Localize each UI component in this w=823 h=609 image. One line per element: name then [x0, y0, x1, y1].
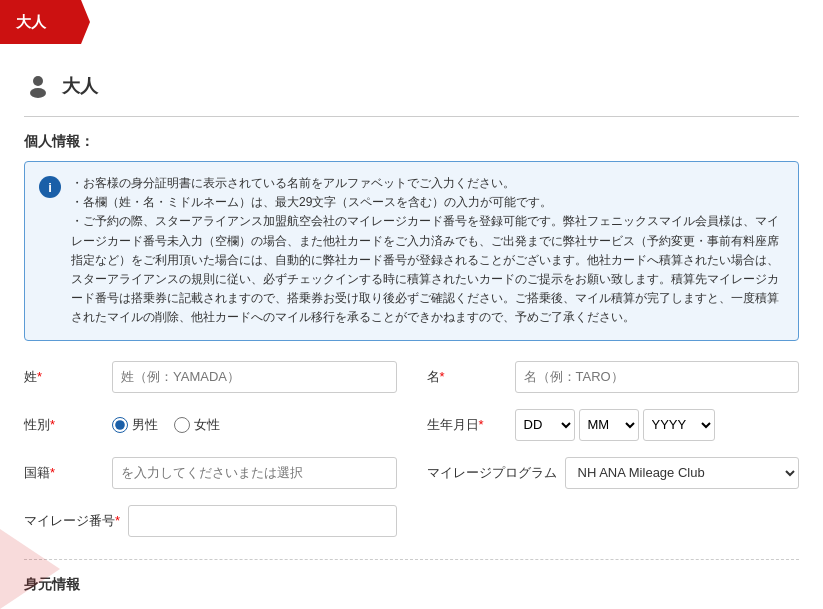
empty-cell	[427, 503, 800, 539]
mileage-number-row: マイレージ番号*	[24, 503, 397, 539]
svg-point-1	[30, 88, 46, 98]
nationality-input[interactable]	[112, 457, 397, 489]
info-line-3: ご予約の際、スターアライアンス加盟航空会社のマイレージカード番号を登録可能です。…	[71, 212, 784, 327]
section-container: 大人 個人情報： i お客様の身分証明書に表示されている名前をアルファベットでご…	[0, 44, 823, 609]
adult-tab-label: 大人	[16, 13, 46, 32]
person-icon	[24, 72, 52, 100]
mileage-program-label: マイレージプログラム	[427, 464, 557, 482]
nationality-label: 国籍*	[24, 464, 104, 482]
last-name-input[interactable]	[112, 361, 397, 393]
info-line-2: 各欄（姓・名・ミドルネーム）は、最大29文字（スペースを含む）の入力が可能です。	[71, 193, 784, 212]
mileage-number-label: マイレージ番号*	[24, 512, 120, 530]
info-text: お客様の身分証明書に表示されている名前をアルファベットでご入力ください。 各欄（…	[71, 174, 784, 328]
info-box: i お客様の身分証明書に表示されている名前をアルファベットでご入力ください。 各…	[24, 161, 799, 341]
header-tab-area: 大人	[0, 0, 823, 44]
mileage-number-input[interactable]	[128, 505, 396, 537]
gender-male-label[interactable]: 男性	[112, 416, 158, 434]
nationality-row: 国籍*	[24, 455, 397, 491]
gender-label: 性別*	[24, 416, 104, 434]
gender-row: 性別* 男性 女性	[24, 407, 397, 443]
section-divider	[24, 116, 799, 117]
dob-date-group: DD MM YYYY	[515, 409, 715, 441]
adult-tab[interactable]: 大人	[0, 0, 90, 44]
personal-info-label: 個人情報：	[24, 133, 799, 151]
dob-label: 生年月日*	[427, 416, 507, 434]
dob-year-select[interactable]: YYYY	[643, 409, 715, 441]
section-title-row: 大人	[24, 60, 799, 108]
last-name-label: 姓*	[24, 368, 104, 386]
dob-row: 生年月日* DD MM YYYY	[427, 407, 800, 443]
gender-male-radio[interactable]	[112, 417, 128, 433]
first-name-label: 名*	[427, 368, 507, 386]
info-icon: i	[39, 176, 61, 198]
last-name-row: 姓*	[24, 359, 397, 395]
document-info-label: 身元情報	[24, 576, 799, 594]
gender-female-radio[interactable]	[174, 417, 190, 433]
first-name-input[interactable]	[515, 361, 800, 393]
mileage-program-select[interactable]: NH ANA Mileage Club	[565, 457, 800, 489]
first-name-row: 名*	[427, 359, 800, 395]
bottom-decoration	[0, 529, 60, 609]
svg-point-0	[33, 76, 43, 86]
dob-day-select[interactable]: DD	[515, 409, 575, 441]
info-line-1: お客様の身分証明書に表示されている名前をアルファベットでご入力ください。	[71, 174, 784, 193]
gender-female-label[interactable]: 女性	[174, 416, 220, 434]
section-title: 大人	[62, 74, 98, 98]
personal-form-grid: 姓* 名* 性別* 男性 女性	[24, 359, 799, 539]
mileage-program-row: マイレージプログラム NH ANA Mileage Club	[427, 455, 800, 491]
gender-radio-group: 男性 女性	[112, 416, 220, 434]
section-divider-2	[24, 559, 799, 560]
dob-month-select[interactable]: MM	[579, 409, 639, 441]
